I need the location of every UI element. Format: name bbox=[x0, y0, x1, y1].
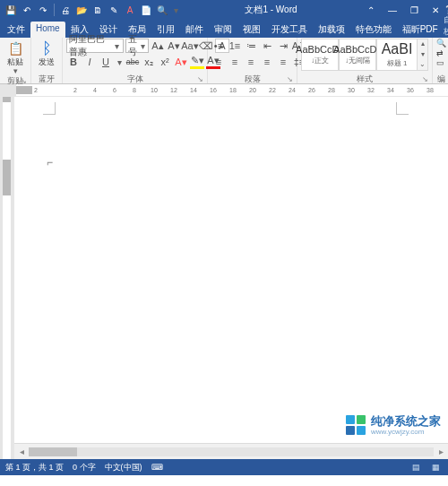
qat-open-icon[interactable]: 📂 bbox=[74, 3, 89, 17]
qat-font-a-icon[interactable]: A bbox=[123, 3, 137, 17]
tab-特色功能[interactable]: 特色功能 bbox=[350, 22, 397, 38]
ruler-tick: 26 bbox=[308, 87, 315, 94]
multilevel-list-button[interactable]: ≔ bbox=[244, 39, 258, 53]
indent-decrease-button[interactable]: ⇤ bbox=[260, 39, 274, 53]
qat-redo[interactable]: ↷ bbox=[36, 3, 50, 17]
phonetic-guide-button[interactable]: Aa▾ bbox=[183, 39, 197, 53]
group-font: 阿里巴巴普惠▾ 五号▾ A▴ A▾ Aa▾ ⌫ A B I U ▾ abc x₂… bbox=[63, 38, 208, 83]
font-dialog-launcher[interactable]: ↘ bbox=[197, 75, 203, 83]
watermark-logo-icon bbox=[346, 415, 366, 435]
watermark-brand: 纯净系统之家 bbox=[371, 414, 441, 428]
view-read-mode[interactable]: ▤ bbox=[409, 462, 423, 473]
ribbon-collapse-icon[interactable]: ⌃ bbox=[362, 3, 380, 17]
qat-edit-icon[interactable]: ✎ bbox=[107, 3, 121, 17]
view-print-layout[interactable]: ▦ bbox=[428, 462, 443, 473]
page-1[interactable]: ⌐ bbox=[23, 97, 428, 443]
ruler-tick: 30 bbox=[348, 87, 355, 94]
ruler-tick: 28 bbox=[328, 87, 335, 94]
align-center-button[interactable]: ≡ bbox=[228, 55, 242, 69]
style-heading-1[interactable]: AaBI 标题 1 bbox=[376, 39, 418, 71]
align-right-button[interactable]: ≡ bbox=[244, 55, 258, 69]
group-paragraph-label: 段落 bbox=[245, 74, 261, 83]
horizontal-scrollbar[interactable]: ◂ ▸ bbox=[14, 443, 448, 459]
cursor-paragraph-mark: ⌐ bbox=[47, 156, 53, 169]
qat-find-icon[interactable]: 🔍 bbox=[155, 3, 169, 17]
find-button[interactable]: 🔍 bbox=[436, 39, 446, 48]
status-word-count[interactable]: 0 个字 bbox=[73, 462, 96, 473]
window-maximize[interactable]: ❐ bbox=[405, 3, 423, 17]
scroll-left-icon[interactable]: ◂ bbox=[14, 447, 29, 456]
group-clipboard: 📋 粘贴 ▾ 剪贴板↘ bbox=[0, 38, 31, 83]
tab-文件[interactable]: 文件 bbox=[2, 22, 30, 38]
align-justify-button[interactable]: ≡ bbox=[260, 55, 274, 69]
document-workspace: ⌐ 纯净系统之家 www.ycwjzy.com ◂ ▸ bbox=[0, 97, 448, 459]
window-minimize[interactable]: — bbox=[383, 3, 401, 17]
highlight-button[interactable]: ✎▾ bbox=[190, 55, 204, 69]
qat-print-icon[interactable]: 🖨 bbox=[58, 3, 73, 17]
numbering-button[interactable]: 1≡ bbox=[228, 39, 242, 53]
text-effects-button[interactable]: A▾ bbox=[174, 55, 188, 69]
select-button[interactable]: ▭ bbox=[436, 58, 446, 67]
bluetooth-send-button[interactable]: ᛒ 发送 bbox=[35, 39, 58, 66]
style-no-spacing[interactable]: AaBbCcDc ↓无间隔 bbox=[339, 39, 376, 71]
align-distribute-button[interactable]: ≡ bbox=[276, 55, 290, 69]
styles-down-icon[interactable]: ▾ bbox=[418, 50, 427, 60]
group-paragraph: •≡ 1≡ ≔ ⇤ ⇥ A↧ ¶ ≡ ≡ ≡ ≡ ≡ ‡≡ ◪ ▦ bbox=[208, 38, 297, 83]
grow-font-button[interactable]: A▴ bbox=[151, 39, 165, 53]
font-size-combo[interactable]: 五号▾ bbox=[125, 39, 149, 53]
tab-引用[interactable]: 引用 bbox=[151, 22, 180, 38]
underline-dropdown[interactable]: ▾ bbox=[115, 57, 124, 67]
qat-customize-dropdown[interactable]: ▾ bbox=[171, 3, 180, 17]
font-name-combo[interactable]: 阿里巴巴普惠▾ bbox=[66, 39, 124, 53]
scroll-thumb[interactable] bbox=[29, 447, 77, 456]
paste-button[interactable]: 📋 粘贴 ▾ bbox=[4, 39, 27, 75]
tab-福昕PDF[interactable]: 福昕PDF bbox=[397, 22, 444, 38]
group-font-label: 字体 bbox=[127, 74, 143, 83]
qat-undo[interactable]: ↶ bbox=[20, 3, 34, 17]
tab-审阅[interactable]: 审阅 bbox=[209, 22, 237, 38]
italic-button[interactable]: I bbox=[82, 55, 97, 69]
bullets-button[interactable]: •≡ bbox=[211, 39, 226, 53]
replace-button[interactable]: ⇄ bbox=[436, 48, 446, 57]
horizontal-ruler[interactable]: 22468101214161820222426283032343638 bbox=[0, 84, 448, 97]
status-ime-icon[interactable]: ⌨ bbox=[151, 463, 163, 472]
qat-doc-icon[interactable]: 📄 bbox=[139, 3, 153, 17]
group-bluetooth: ᛒ 发送 蓝牙 bbox=[31, 38, 63, 83]
tab-视图[interactable]: 视图 bbox=[237, 22, 266, 38]
align-left-button[interactable]: ≡ bbox=[211, 55, 226, 69]
paragraph-dialog-launcher[interactable]: ↘ bbox=[287, 75, 293, 83]
tab-邮件[interactable]: 邮件 bbox=[180, 22, 209, 38]
ruler-tick: 14 bbox=[190, 87, 197, 94]
window-close[interactable]: ✕ bbox=[426, 3, 444, 17]
ruler-tick: 16 bbox=[210, 87, 217, 94]
styles-dialog-launcher[interactable]: ↘ bbox=[422, 75, 428, 83]
watermark-site: www.ycwjzy.com bbox=[371, 428, 441, 436]
qat-save[interactable]: 💾 bbox=[4, 3, 18, 17]
status-bar: 第 1 页，共 1 页 0 个字 中文(中国) ⌨ ▤ ▦ bbox=[0, 459, 448, 475]
subscript-button[interactable]: x₂ bbox=[142, 55, 156, 69]
superscript-button[interactable]: x² bbox=[158, 55, 172, 69]
qat-new-icon[interactable]: 🗎 bbox=[90, 3, 105, 17]
strike-button[interactable]: abc bbox=[125, 55, 140, 69]
bold-button[interactable]: B bbox=[66, 55, 81, 69]
vertical-ruler[interactable] bbox=[0, 97, 14, 459]
ruler-tick: 4 bbox=[93, 87, 97, 94]
styles-up-icon[interactable]: ▴ bbox=[418, 39, 427, 49]
styles-expand-icon[interactable]: ⌄ bbox=[418, 60, 427, 70]
underline-button[interactable]: U bbox=[99, 55, 113, 69]
status-page-info[interactable]: 第 1 页，共 1 页 bbox=[5, 462, 64, 473]
status-language[interactable]: 中文(中国) bbox=[105, 462, 142, 473]
tell-me[interactable]: ❔ 自动校… bbox=[444, 5, 448, 38]
tab-加载项[interactable]: 加载项 bbox=[313, 22, 350, 38]
ruler-tick: 22 bbox=[269, 87, 276, 94]
shrink-font-button[interactable]: A▾ bbox=[167, 39, 181, 53]
scroll-track[interactable] bbox=[29, 447, 434, 456]
tab-开发工具[interactable]: 开发工具 bbox=[266, 22, 313, 38]
indent-increase-button[interactable]: ⇥ bbox=[276, 39, 290, 53]
scroll-right-icon[interactable]: ▸ bbox=[434, 447, 448, 456]
tab-Home[interactable]: Home bbox=[30, 22, 65, 38]
styles-gallery-scroll[interactable]: ▴ ▾ ⌄ bbox=[418, 39, 428, 71]
page-viewport[interactable]: ⌐ bbox=[14, 97, 448, 443]
ruler-tick: 2 bbox=[73, 87, 77, 94]
ruler-tick: 2 bbox=[34, 87, 38, 94]
